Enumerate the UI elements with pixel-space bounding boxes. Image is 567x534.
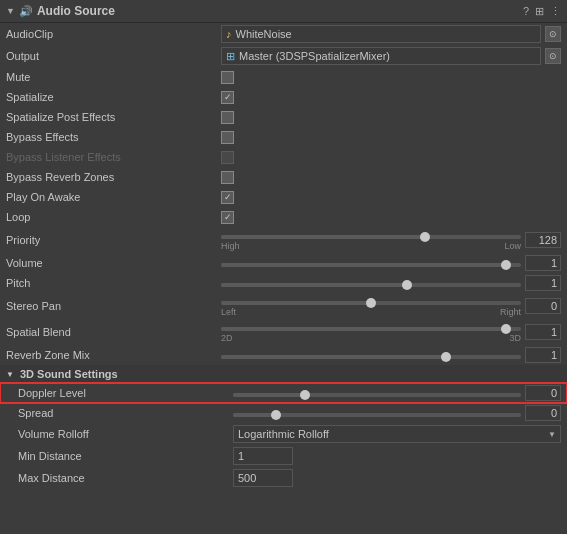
spread-row: Spread 0 [0, 403, 567, 423]
doppler-slider-container [233, 387, 521, 399]
layout-icon[interactable]: ⊞ [535, 5, 544, 18]
spatialize-value [221, 91, 561, 104]
pitch-value-box[interactable]: 1 [525, 275, 561, 291]
doppler-slider-fill [233, 393, 305, 397]
panel-title: Audio Source [37, 4, 519, 18]
reverb-zone-slider-fill [221, 355, 446, 359]
bypass-listener-value [221, 151, 561, 164]
bypass-effects-row: Bypass Effects [0, 127, 567, 147]
spatialize-post-value [221, 111, 561, 124]
spatial-blend-slider-fill [221, 327, 506, 331]
volume-rolloff-value: Logarithmic Rolloff ▼ [233, 425, 561, 443]
volume-slider-thumb[interactable] [501, 260, 511, 270]
reverb-zone-value-box[interactable]: 1 [525, 347, 561, 363]
spread-slider-container [233, 407, 521, 419]
mute-value [221, 71, 561, 84]
audioclip-field[interactable]: ♪ WhiteNoise [221, 25, 541, 43]
output-label: Output [6, 50, 221, 62]
loop-value [221, 211, 561, 224]
priority-slider-thumb[interactable] [420, 232, 430, 242]
spatialize-row: Spatialize [0, 87, 567, 107]
stereo-pan-slider-fill [221, 301, 371, 305]
volume-slider-track[interactable] [221, 263, 521, 267]
sound-settings-header[interactable]: ▼ 3D Sound Settings [0, 365, 567, 383]
min-distance-field[interactable]: 1 [233, 447, 293, 465]
doppler-level-row: Doppler Level 0 [0, 383, 567, 403]
help-icon[interactable]: ? [523, 5, 529, 17]
spatialize-post-checkbox[interactable] [221, 111, 234, 124]
volume-slider-container [221, 257, 521, 269]
output-row: Output ⊞ Master (3DSPSpatializerMixer) ⊙ [0, 45, 567, 67]
priority-value-box[interactable]: 128 [525, 232, 561, 248]
min-distance-value: 1 [233, 447, 561, 465]
reverb-zone-slider-thumb[interactable] [441, 352, 451, 362]
loop-checkbox[interactable] [221, 211, 234, 224]
doppler-slider-thumb[interactable] [300, 390, 310, 400]
max-distance-row: Max Distance 500 [0, 467, 567, 489]
spread-value-box[interactable]: 0 [525, 405, 561, 421]
mute-label: Mute [6, 71, 221, 83]
mute-row: Mute [0, 67, 567, 87]
play-on-awake-value [221, 191, 561, 204]
volume-row: Volume 1 [0, 253, 567, 273]
spread-slider-thumb[interactable] [271, 410, 281, 420]
spatial-blend-slider-labels: 2D 3D [221, 333, 521, 343]
bypass-effects-checkbox[interactable] [221, 131, 234, 144]
spatial-blend-slider-container: 2D 3D [221, 321, 521, 343]
pitch-slider-track[interactable] [221, 283, 521, 287]
spatialize-label: Spatialize [6, 91, 221, 103]
bypass-reverb-label: Bypass Reverb Zones [6, 171, 221, 183]
spatial-blend-slider-track[interactable] [221, 327, 521, 331]
stereo-pan-row: Stereo Pan Left Right 0 [0, 293, 567, 319]
spread-slider-track[interactable] [233, 413, 521, 417]
bypass-listener-row: Bypass Listener Effects [0, 147, 567, 167]
output-field[interactable]: ⊞ Master (3DSPSpatializerMixer) [221, 47, 541, 65]
spatial-blend-value-box[interactable]: 1 [525, 324, 561, 340]
header-icons: ? ⊞ ⋮ [523, 5, 561, 18]
overflow-menu-icon[interactable]: ⋮ [550, 5, 561, 18]
pitch-slider-thumb[interactable] [402, 280, 412, 290]
pitch-slider-fill [221, 283, 407, 287]
priority-slider-fill [221, 235, 425, 239]
collapse-arrow[interactable]: ▼ [6, 6, 15, 16]
priority-slider-container: High Low [221, 229, 521, 251]
loop-label: Loop [6, 211, 221, 223]
pitch-slider-container [221, 277, 521, 289]
reverb-zone-slider-track[interactable] [221, 355, 521, 359]
bypass-listener-checkbox [221, 151, 234, 164]
mute-checkbox[interactable] [221, 71, 234, 84]
bypass-reverb-checkbox[interactable] [221, 171, 234, 184]
audio-source-icon: 🔊 [19, 5, 33, 18]
doppler-slider-track[interactable] [233, 393, 521, 397]
loop-row: Loop [0, 207, 567, 227]
priority-value: High Low 128 [221, 229, 561, 251]
volume-label: Volume [6, 257, 221, 269]
doppler-value: 0 [233, 385, 561, 401]
max-distance-field[interactable]: 500 [233, 469, 293, 487]
spatialize-post-label: Spatialize Post Effects [6, 111, 221, 123]
stereo-pan-label: Stereo Pan [6, 300, 221, 312]
play-on-awake-checkbox[interactable] [221, 191, 234, 204]
stereo-pan-slider-track[interactable] [221, 301, 521, 305]
audioclip-goto-button[interactable]: ⊙ [545, 26, 561, 42]
stereo-pan-value-box[interactable]: 0 [525, 298, 561, 314]
max-distance-value: 500 [233, 469, 561, 487]
spatialize-post-row: Spatialize Post Effects [0, 107, 567, 127]
audioclip-value: ♪ WhiteNoise ⊙ [221, 25, 561, 43]
volume-value-box[interactable]: 1 [525, 255, 561, 271]
priority-slider-labels: High Low [221, 241, 521, 251]
spatialize-checkbox[interactable] [221, 91, 234, 104]
output-goto-button[interactable]: ⊙ [545, 48, 561, 64]
audio-source-panel: ▼ 🔊 Audio Source ? ⊞ ⋮ AudioClip ♪ White… [0, 0, 567, 489]
stereo-pan-slider-labels: Left Right [221, 307, 521, 317]
priority-slider-track[interactable] [221, 235, 521, 239]
volume-rolloff-label: Volume Rolloff [18, 428, 233, 440]
bypass-effects-label: Bypass Effects [6, 131, 221, 143]
bypass-effects-value [221, 131, 561, 144]
spatial-blend-slider-thumb[interactable] [501, 324, 511, 334]
volume-slider-fill [221, 263, 506, 267]
stereo-pan-slider-thumb[interactable] [366, 298, 376, 308]
doppler-value-box[interactable]: 0 [525, 385, 561, 401]
volume-rolloff-dropdown[interactable]: Logarithmic Rolloff ▼ [233, 425, 561, 443]
mixer-icon: ⊞ [226, 50, 235, 63]
